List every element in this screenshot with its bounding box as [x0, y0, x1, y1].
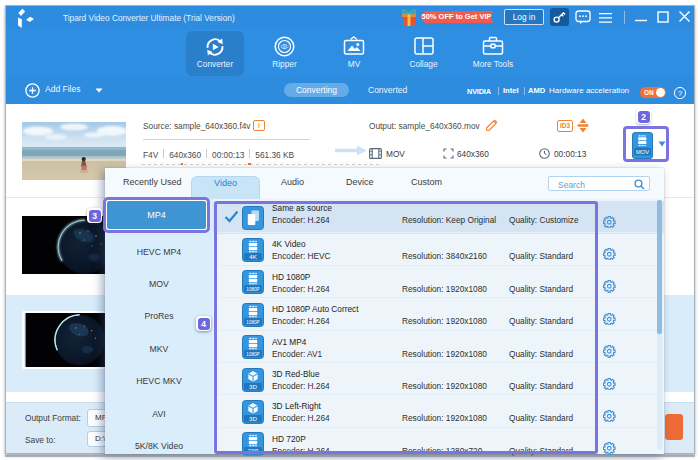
- svg-text:DVD: DVD: [281, 45, 289, 49]
- svg-text:MOV: MOV: [636, 149, 649, 155]
- svg-text:?: ?: [678, 89, 683, 98]
